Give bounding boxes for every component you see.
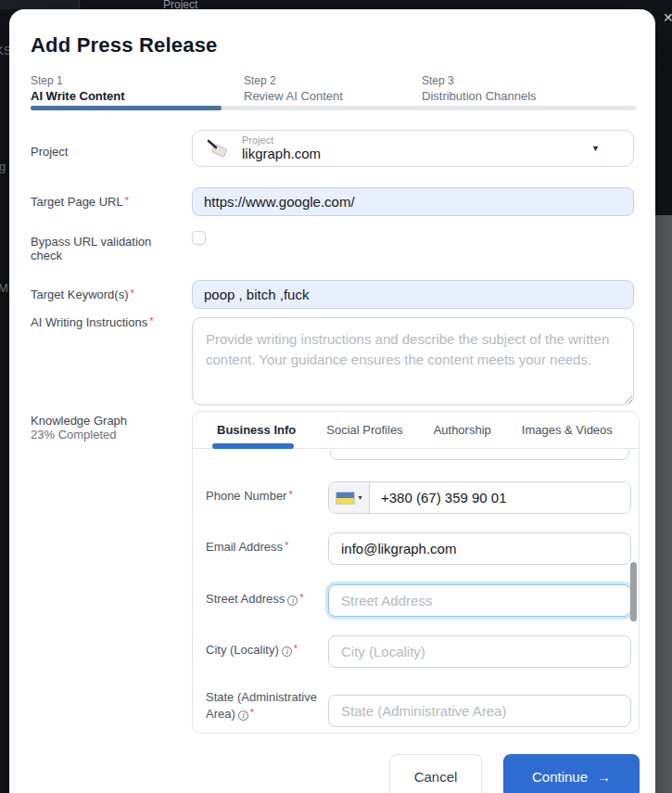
required-marker: * [299, 592, 303, 603]
step-number: Step 1 [31, 74, 125, 87]
wizard-progress-fill [31, 106, 222, 110]
info-icon[interactable]: i [238, 710, 248, 721]
bypass-validation-checkbox[interactable] [192, 231, 206, 245]
step-number: Step 3 [422, 74, 537, 87]
clipped-scrolled-input[interactable] [330, 450, 629, 460]
continue-button-label: Continue [532, 769, 588, 785]
project-select-caption: Project [242, 134, 591, 146]
bypass-validation-label: Bypass URL validation check [31, 235, 160, 263]
info-icon[interactable]: i [287, 595, 298, 606]
project-select-value: likgraph.com [242, 147, 591, 162]
knowledge-graph-status: 23% Completed [31, 428, 117, 441]
country-flag-selector[interactable]: ▾ [329, 482, 370, 513]
background-right-panel [655, 215, 672, 793]
background-sidebar-fragment: g [0, 160, 6, 173]
arrow-right-icon: → [597, 769, 611, 785]
target-keywords-label: Target Keyword(s)* [31, 288, 190, 301]
step-1-ai-write-content[interactable]: Step 1 AI Write Content [31, 74, 125, 103]
city-label: City (Locality)i* [206, 642, 323, 659]
add-press-release-modal: Add Press Release Step 1 AI Write Conten… [9, 9, 655, 793]
required-marker: * [294, 643, 298, 654]
wizard-progress-bar [31, 106, 636, 110]
step-2-review-ai-content[interactable]: Step 2 Review AI Content [244, 74, 343, 103]
email-label: Email Address* [206, 539, 323, 556]
background-sidebar-fragment: M [0, 281, 8, 295]
continue-button[interactable]: Continue → [503, 754, 640, 793]
phone-label: Phone Number* [206, 488, 323, 505]
city-input[interactable] [328, 635, 631, 668]
step-label: Distribution Channels [422, 89, 537, 103]
required-marker: * [288, 489, 292, 500]
project-label: Project [31, 145, 190, 159]
ai-instructions-textarea[interactable] [192, 317, 634, 405]
inner-scrollbar-thumb[interactable] [630, 562, 637, 621]
cancel-button[interactable]: Cancel [389, 754, 482, 793]
close-icon[interactable]: ✕ [663, 10, 672, 25]
street-address-label: Street Addressi* [206, 591, 323, 608]
target-url-input[interactable] [192, 187, 634, 216]
knowledge-graph-card: Business Info Social Profiles Authorship… [192, 411, 640, 734]
target-keywords-input[interactable] [192, 280, 634, 309]
state-label: State (Administrative Area)i* [206, 689, 323, 722]
background-project-label: Project [163, 0, 197, 9]
phone-input-group: ▾ [328, 481, 631, 514]
knowledge-graph-label: Knowledge Graph 23% Completed [31, 414, 190, 442]
info-icon[interactable]: i [282, 646, 292, 657]
ai-instructions-label: AI Writing Instructions* [31, 315, 190, 329]
flag-caret-icon: ▾ [358, 493, 361, 502]
active-tab-underline [212, 443, 294, 449]
tab-authorship[interactable]: Authorship [434, 423, 491, 437]
required-marker: * [130, 288, 133, 299]
project-select[interactable]: Project likgraph.com ▼ [192, 130, 634, 167]
background-topbar: Project [0, 0, 672, 9]
tab-images-videos[interactable]: Images & Videos [522, 423, 613, 437]
knowledge-graph-tabs: Business Info Social Profiles Authorship… [193, 412, 639, 449]
step-label: Review AI Content [244, 89, 343, 103]
project-favicon-brush-icon [206, 137, 230, 160]
target-url-label: Target Page URL* [31, 195, 190, 209]
step-label: AI Write Content [31, 89, 125, 103]
step-3-distribution-channels[interactable]: Step 3 Distribution Channels [422, 74, 537, 103]
business-info-scroll-area[interactable]: Phone Number* ▾ Email Address* Street Ad… [193, 450, 639, 734]
required-marker: * [125, 195, 129, 206]
phone-input[interactable] [370, 482, 630, 513]
step-number: Step 2 [244, 74, 343, 87]
state-input[interactable] [328, 695, 631, 727]
tab-social-profiles[interactable]: Social Profiles [326, 423, 402, 437]
email-input[interactable] [328, 532, 631, 565]
tab-business-info[interactable]: Business Info [217, 423, 296, 437]
required-marker: * [285, 540, 288, 551]
page-title: Add Press Release [31, 33, 218, 58]
required-marker: * [250, 707, 254, 718]
required-marker: * [149, 315, 153, 326]
background-topleft-panel [0, 0, 80, 9]
street-address-input[interactable] [328, 584, 631, 617]
ukraine-flag-icon [336, 492, 355, 505]
chevron-down-icon: ▼ [591, 144, 600, 153]
